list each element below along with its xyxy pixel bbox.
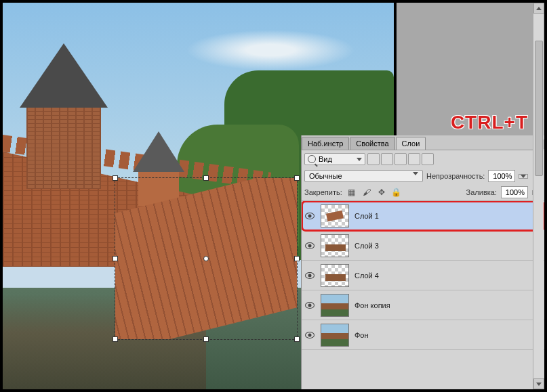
blend-mode-value: Обычные [309, 172, 342, 180]
scroll-thumb[interactable] [535, 41, 543, 176]
layer-filter-select[interactable]: Вид [304, 153, 365, 165]
layer-name[interactable]: Фон [354, 331, 527, 339]
filter-buttons [367, 153, 434, 165]
transform-handle-center[interactable] [203, 256, 209, 261]
transform-handle-bc[interactable] [203, 336, 209, 342]
chevron-down-icon [413, 172, 418, 175]
transform-handle-tc[interactable] [203, 175, 209, 181]
transform-handle-tl[interactable] [113, 175, 118, 181]
filter-type-icon[interactable] [394, 153, 407, 165]
layers-list: Слой 1Слой 3Слой 4Фон копияФон🔒 [302, 201, 544, 369]
eye-icon [305, 332, 315, 339]
layer-name[interactable]: Слой 1 [354, 212, 542, 220]
scroll-up-button[interactable] [533, 3, 544, 14]
visibility-toggle[interactable] [304, 240, 315, 251]
filter-kind-label: Вид [319, 155, 332, 163]
lock-position-icon[interactable]: ✥ [376, 187, 387, 198]
panel-tabs: Наб.инстр Свойства Слои [302, 135, 544, 150]
search-icon [308, 155, 316, 163]
visibility-toggle[interactable] [304, 211, 315, 221]
free-transform-bounds[interactable] [115, 177, 298, 340]
transform-handle-br[interactable] [294, 336, 300, 342]
fill-input[interactable]: 100% [501, 186, 528, 198]
chevron-down-icon [357, 158, 362, 161]
layer-row[interactable]: Фон копия [302, 290, 544, 320]
layer-name[interactable]: Слой 4 [354, 271, 542, 280]
layer-thumbnail[interactable] [321, 234, 349, 257]
layer-thumbnail[interactable] [321, 264, 349, 287]
eye-icon [305, 213, 315, 219]
lock-all-icon[interactable]: 🔒 [391, 187, 402, 198]
eye-icon [305, 242, 315, 249]
tab-layers[interactable]: Слои [396, 137, 426, 150]
lock-pixels-icon[interactable]: 🖌 [361, 187, 372, 198]
layer-thumbnail[interactable] [321, 294, 349, 317]
filter-adjust-icon[interactable] [381, 153, 393, 165]
layer-thumbnail[interactable] [321, 324, 349, 347]
eye-icon [305, 272, 315, 279]
visibility-toggle[interactable] [304, 330, 315, 341]
filter-pixel-icon[interactable] [367, 153, 380, 165]
layer-thumbnail[interactable] [321, 204, 349, 227]
visibility-toggle[interactable] [304, 300, 315, 311]
opacity-dropdown[interactable] [519, 174, 528, 179]
layer-name[interactable]: Слой 3 [354, 242, 542, 250]
layer-row[interactable]: Слой 3 [302, 231, 544, 261]
chevron-up-icon [536, 7, 542, 10]
shortcut-annotation: CTRL+T [451, 112, 528, 133]
sky [186, 30, 355, 70]
transform-handle-ml[interactable] [113, 256, 118, 261]
filter-smart-icon[interactable] [422, 153, 434, 165]
transform-handle-tr[interactable] [294, 175, 300, 181]
eye-icon [305, 302, 315, 309]
tower-large [23, 43, 104, 186]
vertical-scrollbar[interactable] [533, 3, 544, 389]
scroll-track[interactable] [533, 14, 544, 378]
opacity-label: Непрозрачность: [426, 172, 485, 180]
transform-handle-bl[interactable] [113, 336, 118, 342]
fill-label: Заливка: [466, 188, 497, 196]
lock-label: Закрепить: [304, 188, 342, 196]
layer-row[interactable]: Слой 4 [302, 261, 544, 290]
scroll-down-button[interactable] [533, 378, 544, 389]
layer-name[interactable]: Фон копия [354, 301, 542, 309]
visibility-toggle[interactable] [304, 270, 315, 281]
opacity-input[interactable]: 100% [488, 170, 515, 182]
transform-handle-mr[interactable] [294, 256, 300, 261]
chevron-down-icon [521, 175, 526, 178]
blend-mode-select[interactable]: Обычные [304, 170, 423, 182]
chevron-down-icon [536, 383, 542, 386]
layer-row[interactable]: Фон🔒 [302, 320, 544, 350]
tab-properties[interactable]: Свойства [350, 137, 394, 150]
filter-shape-icon[interactable] [408, 153, 420, 165]
layer-row[interactable]: Слой 1 [302, 201, 544, 231]
tab-tools[interactable]: Наб.инстр [302, 137, 349, 150]
layers-panel: Наб.инстр Свойства Слои Вид Обычные Непр… [301, 135, 544, 389]
lock-transparent-icon[interactable]: ▦ [346, 187, 357, 198]
